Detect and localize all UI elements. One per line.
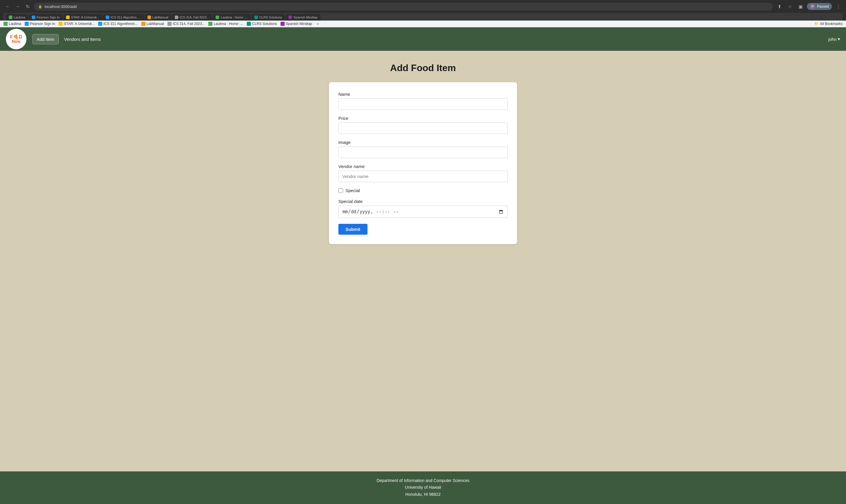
- tab-clrs[interactable]: CLRS Solutions: [251, 14, 285, 21]
- paused-label: Paused: [817, 4, 829, 8]
- bookmark-favicon: [98, 22, 102, 26]
- bookmark-favicon: [3, 22, 7, 26]
- nav-add-item[interactable]: Add Item: [32, 34, 59, 44]
- special-date-label: Special date: [338, 199, 508, 204]
- address-bar[interactable]: 🔒 localhost:3000/add: [34, 3, 773, 11]
- name-input[interactable]: [338, 98, 508, 110]
- bookmark-label: STAR: A Universit...: [64, 22, 94, 26]
- all-bookmarks[interactable]: 📁 All Bookmarks: [814, 22, 843, 26]
- reload-button[interactable]: ↻: [23, 2, 32, 11]
- bookmark-labmanual[interactable]: LabManual: [141, 22, 164, 26]
- bookmark-ics311[interactable]: ICS 311 Algorithmm...: [98, 22, 138, 26]
- tab-label: Pearson Sign In: [37, 16, 60, 19]
- lock-icon: 🔒: [38, 5, 42, 8]
- bookmark-clrs[interactable]: CLRS Solutions: [247, 22, 277, 26]
- special-checkbox[interactable]: [338, 188, 343, 193]
- tab-label: Laulima : Home :...: [221, 16, 248, 19]
- form-card: Name Price Image Vendor name: [329, 82, 517, 244]
- price-input[interactable]: [338, 123, 508, 134]
- nav-links: Add Item Vendors and Items: [32, 34, 105, 44]
- user-name: john: [828, 37, 836, 42]
- more-button[interactable]: ⋮: [834, 2, 843, 11]
- window-button[interactable]: ▣: [796, 2, 805, 11]
- bookmark-ics314[interactable]: ICS 314, Fall 2023...: [167, 22, 205, 26]
- all-bookmarks-label: All Bookmarks: [820, 22, 843, 26]
- user-caret-icon: ▾: [838, 36, 840, 42]
- tab-label: Spanish Mindtap: [293, 16, 318, 19]
- bookmark-favicon: [25, 22, 29, 26]
- logo-food-text: F🍕D: [10, 34, 22, 40]
- price-group: Price: [338, 116, 508, 134]
- tab-label: STAR: A Universit...: [71, 16, 99, 19]
- name-label: Name: [338, 92, 508, 97]
- tab-favicon: [175, 16, 178, 19]
- footer-line1: Department of Information and Computer S…: [6, 477, 840, 484]
- tab-laulima[interactable]: Laulima: [6, 14, 28, 21]
- footer-line2: University of Hawaii: [6, 484, 840, 491]
- bookmark-label: ICS 314, Fall 2023...: [173, 22, 205, 26]
- name-group: Name: [338, 92, 508, 110]
- special-label[interactable]: Special: [345, 188, 360, 193]
- forward-button[interactable]: →: [14, 2, 22, 11]
- bookmark-star[interactable]: STAR: A Universit...: [58, 22, 94, 26]
- bookmark-spanish[interactable]: Spanish Mindtap: [281, 22, 312, 26]
- tab-laulima2[interactable]: Laulima : Home :...: [213, 14, 251, 21]
- special-group: Special: [338, 188, 508, 193]
- share-button[interactable]: ⬆: [775, 2, 784, 11]
- tab-labmanual[interactable]: LabManual: [145, 14, 171, 21]
- tab-label: Laulima: [14, 16, 25, 19]
- tab-favicon: [32, 16, 35, 19]
- bookmark-laulima[interactable]: Laulima: [3, 22, 21, 26]
- bookmark-favicon: [58, 22, 62, 26]
- app: F🍕D Now Add Item Vendors and Items john …: [0, 27, 846, 504]
- page-title: Add Food Item: [390, 62, 456, 73]
- tab-favicon: [288, 16, 292, 19]
- vendor-input[interactable]: [338, 170, 508, 182]
- image-label: Image: [338, 140, 508, 145]
- bookmark-favicon: [281, 22, 285, 26]
- tab-favicon: [66, 16, 70, 19]
- nav-vendors[interactable]: Vendors and Items: [60, 34, 105, 44]
- bookmarks-more[interactable]: »: [317, 22, 319, 26]
- bookmark-pearson[interactable]: Pearson Sign In: [25, 22, 55, 26]
- special-date-group: Special date: [338, 199, 508, 218]
- footer-line3: Honolulu, HI 96822: [6, 491, 840, 498]
- paused-badge[interactable]: P Paused: [807, 3, 832, 10]
- bookmark-laulima2[interactable]: Laulima : Home :...: [208, 22, 243, 26]
- tab-star[interactable]: STAR: A Universit...: [63, 14, 102, 21]
- tab-favicon: [106, 16, 109, 19]
- tab-ics311[interactable]: ICS 311 Algorithmm...: [103, 14, 144, 21]
- tab-label: LabManual: [152, 16, 168, 19]
- app-nav: F🍕D Now Add Item Vendors and Items john …: [0, 27, 846, 51]
- special-date-input[interactable]: [338, 205, 508, 218]
- main-content: Add Food Item Name Price Image Vendor na…: [0, 51, 846, 471]
- user-menu[interactable]: john ▾: [828, 36, 840, 42]
- price-label: Price: [338, 116, 508, 121]
- profile-avatar: P: [810, 4, 815, 9]
- tabs-bar: Laulima Pearson Sign In STAR: A Universi…: [3, 13, 843, 21]
- tab-favicon: [147, 16, 151, 19]
- logo-now-text: Now: [10, 39, 22, 44]
- tab-label: CLRS Solutions: [259, 16, 282, 19]
- bookmark-button[interactable]: ☆: [786, 2, 794, 11]
- image-input[interactable]: [338, 147, 508, 158]
- bookmark-label: Pearson Sign In: [30, 22, 55, 26]
- tab-ics314[interactable]: ICS 314, Fall 2023...: [172, 14, 212, 21]
- back-button[interactable]: ←: [3, 2, 12, 11]
- browser-chrome: ← → ↻ 🔒 localhost:3000/add ⬆ ☆ ▣ P Pause…: [0, 0, 846, 27]
- url-text: localhost:3000/add: [44, 4, 77, 9]
- bookmark-label: Spanish Mindtap: [286, 22, 312, 26]
- footer: Department of Information and Computer S…: [0, 471, 846, 504]
- bookmark-label: Laulima: [9, 22, 21, 26]
- bookmark-favicon: [247, 22, 251, 26]
- bookmark-label: CLRS Solutions: [252, 22, 277, 26]
- submit-button[interactable]: Submit: [338, 224, 367, 235]
- tab-favicon: [216, 16, 219, 19]
- app-logo[interactable]: F🍕D Now: [6, 29, 26, 49]
- bookmark-favicon: [141, 22, 145, 26]
- bookmark-label: Laulima : Home :...: [214, 22, 243, 26]
- tab-pearson[interactable]: Pearson Sign In: [29, 14, 62, 21]
- tab-label: ICS 311 Algorithmm...: [111, 16, 141, 19]
- tab-favicon: [254, 16, 258, 19]
- tab-spanish[interactable]: Spanish Mindtap: [286, 14, 321, 21]
